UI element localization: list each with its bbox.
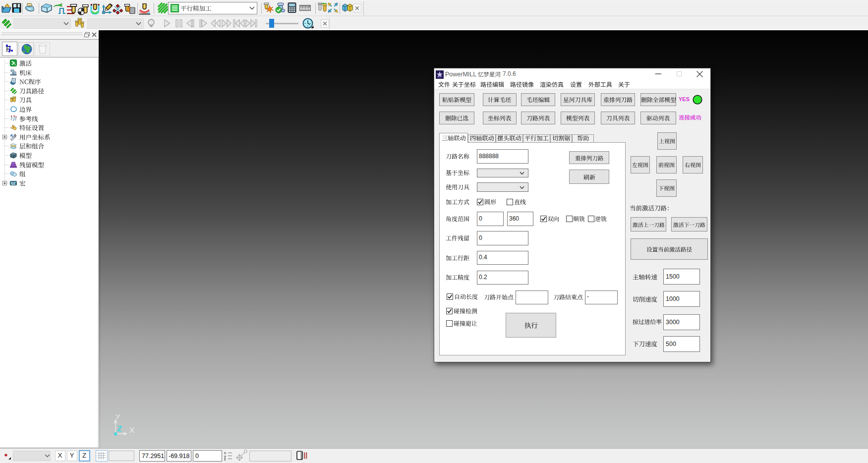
- svg-text:z: z: [224, 458, 226, 461]
